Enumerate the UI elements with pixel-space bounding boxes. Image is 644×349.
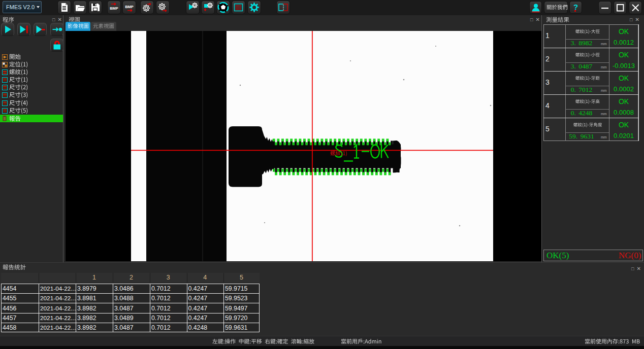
svg-text:BMP: BMP	[125, 5, 134, 9]
svg-text:BMP: BMP	[110, 6, 118, 11]
